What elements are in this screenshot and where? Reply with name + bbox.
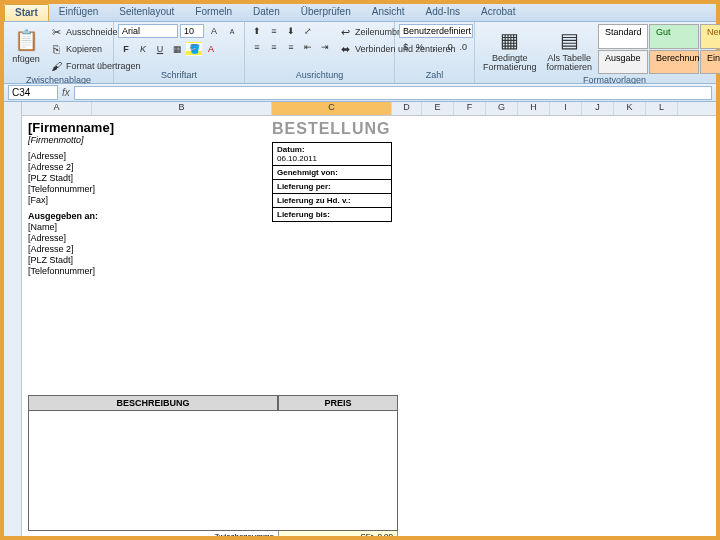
tab-ueberpruefen[interactable]: Überprüfen [291, 4, 362, 21]
totals-block: ZwischensummeSFr. 0.00 Steuersatz Umsatz… [28, 531, 398, 536]
format-as-table-button[interactable]: ▤ Als Tabelle formatieren [543, 24, 597, 74]
th-price: PREIS [278, 395, 398, 411]
align-middle-button[interactable]: ≡ [266, 24, 282, 38]
percent-button[interactable]: % [413, 40, 426, 54]
style-eingabe[interactable]: Eingabe [700, 50, 720, 75]
comma-button[interactable]: , [428, 40, 441, 54]
info-date-label: Datum: [277, 145, 305, 154]
tab-daten[interactable]: Daten [243, 4, 291, 21]
info-delivery-by-label: Lieferung bis: [273, 208, 391, 221]
tab-acrobat[interactable]: Acrobat [471, 4, 526, 21]
align-top-button[interactable]: ⬆ [249, 24, 265, 38]
merge-icon: ⬌ [338, 42, 352, 56]
dec-decimal-button[interactable]: .0 [457, 40, 470, 54]
conditional-format-button[interactable]: ▦ Bedingte Formatierung [479, 24, 541, 74]
col-c[interactable]: C [272, 102, 392, 115]
tab-start[interactable]: Start [4, 4, 49, 21]
table-icon: ▤ [555, 26, 583, 54]
font-size-select[interactable]: 10 [180, 24, 204, 38]
addr-line: [Adresse 2] [28, 244, 710, 254]
border-button[interactable]: ▦ [169, 42, 185, 56]
underline-button[interactable]: U [152, 42, 168, 56]
bold-button[interactable]: F [118, 42, 134, 56]
grow-font-button[interactable]: A [206, 24, 222, 38]
orientation-button[interactable]: ⤢ [300, 24, 316, 38]
fx-icon[interactable]: fx [62, 87, 70, 98]
info-delivery-per-label: Lieferung per: [273, 180, 391, 194]
group-align-label: Ausrichtung [249, 69, 390, 81]
brush-icon: 🖌 [49, 59, 63, 73]
formula-bar: C34 fx [4, 84, 716, 102]
col-j[interactable]: J [582, 102, 614, 115]
info-date-value: 06.10.2011 [277, 154, 317, 163]
paste-button[interactable]: 📋 nfügen [8, 24, 44, 74]
col-a[interactable]: A [22, 102, 92, 115]
group-font-label: Schriftart [118, 69, 240, 81]
addr-line: [Name] [28, 222, 710, 232]
paste-label: nfügen [12, 54, 40, 64]
align-right-button[interactable]: ≡ [283, 40, 299, 54]
ribbon-tabs: Start Einfügen Seitenlayout Formeln Date… [4, 4, 716, 22]
align-center-button[interactable]: ≡ [266, 40, 282, 54]
worksheet[interactable]: A B C D E F G H I J K L [Firmenname] [Fi… [4, 102, 716, 536]
items-table-header: BESCHREIBUNG PREIS [28, 395, 710, 411]
indent-inc-button[interactable]: ⇥ [317, 40, 333, 54]
addr-line: [Adresse] [28, 233, 710, 243]
paste-icon: 📋 [12, 26, 40, 54]
style-standard[interactable]: Standard [598, 24, 648, 49]
tab-addins[interactable]: Add-Ins [416, 4, 471, 21]
tab-formeln[interactable]: Formeln [185, 4, 243, 21]
col-i[interactable]: I [550, 102, 582, 115]
style-ausgabe[interactable]: Ausgabe [598, 50, 648, 75]
ribbon: 📋 nfügen ✂Ausschneiden ⎘Kopieren 🖌Format… [4, 22, 716, 84]
order-info-box: Datum:06.10.2011 Genehmigt von: Lieferun… [272, 142, 392, 222]
align-bottom-button[interactable]: ⬇ [283, 24, 299, 38]
col-k[interactable]: K [614, 102, 646, 115]
tab-ansicht[interactable]: Ansicht [362, 4, 416, 21]
font-name-select[interactable]: Arial [118, 24, 178, 38]
document-content: [Firmenname] [Firmenmotto] [Adresse] [Ad… [22, 116, 716, 536]
italic-button[interactable]: K [135, 42, 151, 56]
cut-icon: ✂ [49, 25, 63, 39]
col-b[interactable]: B [92, 102, 272, 115]
cond-label: Bedingte Formatierung [483, 54, 537, 72]
info-approved-label: Genehmigt von: [273, 166, 391, 180]
col-l[interactable]: L [646, 102, 678, 115]
col-e[interactable]: E [422, 102, 454, 115]
info-delivery-attn-label: Lieferung zu Hd. v.: [273, 194, 391, 208]
cond-format-icon: ▦ [496, 26, 524, 54]
document-title: BESTELLUNG [272, 120, 390, 138]
tab-seitenlayout[interactable]: Seitenlayout [109, 4, 185, 21]
shrink-font-button[interactable]: A [224, 24, 240, 38]
copy-icon: ⎘ [49, 42, 63, 56]
inc-decimal-button[interactable]: .0 [442, 40, 455, 54]
addr-line: [Telefonnummer] [28, 266, 710, 276]
tab-einfuegen[interactable]: Einfügen [49, 4, 109, 21]
name-box[interactable]: C34 [8, 85, 58, 100]
currency-button[interactable]: $ [399, 40, 412, 54]
astable-label: Als Tabelle formatieren [547, 54, 593, 72]
style-neutral[interactable]: Neutral [700, 24, 720, 49]
style-berechnung[interactable]: Berechnung [649, 50, 699, 75]
th-description: BESCHREIBUNG [28, 395, 278, 411]
column-headers: A B C D E F G H I J K L [22, 102, 716, 116]
col-d[interactable]: D [392, 102, 422, 115]
items-table-body [28, 411, 398, 531]
col-h[interactable]: H [518, 102, 550, 115]
align-left-button[interactable]: ≡ [249, 40, 265, 54]
col-f[interactable]: F [454, 102, 486, 115]
group-number-label: Zahl [399, 69, 470, 81]
wrap-icon: ↩ [338, 25, 352, 39]
subtotal-value: SFr. 0.00 [278, 531, 398, 536]
subtotal-label: Zwischensumme [28, 531, 278, 536]
issued-address: [Name] [Adresse] [Adresse 2] [PLZ Stadt]… [28, 222, 710, 276]
fill-color-button[interactable]: 🪣 [186, 42, 202, 56]
style-gut[interactable]: Gut [649, 24, 699, 49]
font-color-button[interactable]: A [203, 42, 219, 56]
row-headers [4, 102, 22, 536]
number-format-select[interactable]: Benutzerdefiniert [399, 24, 473, 38]
addr-line: [PLZ Stadt] [28, 255, 710, 265]
col-g[interactable]: G [486, 102, 518, 115]
indent-dec-button[interactable]: ⇤ [300, 40, 316, 54]
formula-input[interactable] [74, 86, 712, 100]
